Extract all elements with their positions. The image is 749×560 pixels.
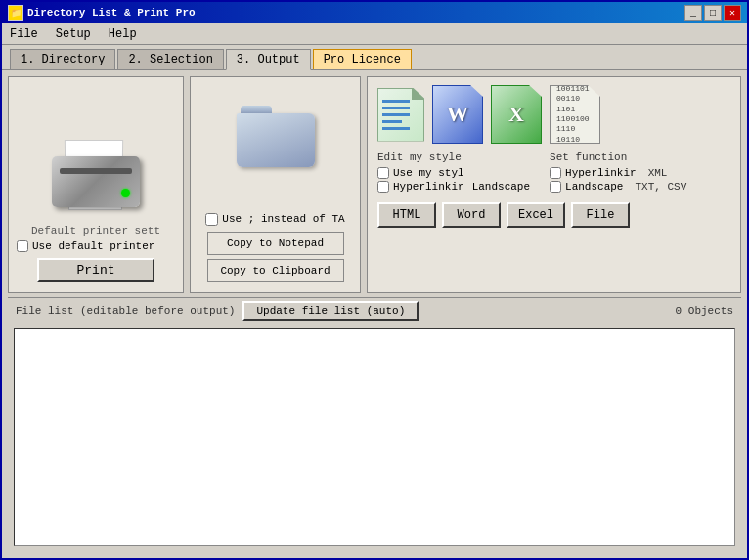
printer-label: Default printer sett [17,225,175,237]
txt-csv-label: TXT, CSV [635,181,686,193]
landscape-edit-label: Landscape [472,181,530,193]
bottom-bar: File list (editable before output) Updat… [8,297,741,324]
tab-output[interactable]: 3. Output [226,49,311,70]
hyperlink-set-label: Hyperlinkir [565,167,637,179]
edit-style-label: Edit my style [377,151,530,163]
hyperlink-set-row: Hyperlinkir XML [550,167,686,179]
landscape-set-row: Landscape TXT, CSV [550,181,686,193]
use-my-style-label: Use my styl [393,167,464,179]
landscape-set-checkbox[interactable] [550,181,561,193]
title-buttons: _ □ ✕ [684,5,741,21]
main-window: 📁 Directory List & Print Pro _ □ ✕ File … [0,0,749,560]
tabs-bar: 1. Directory 2. Selection 3. Output Pro … [2,45,747,70]
printer-icon [47,135,145,213]
minimize-button[interactable]: _ [684,5,702,21]
use-semicolon-row: Use ; instead of TA [205,213,344,226]
update-file-list-button[interactable]: Update file list (auto) [242,301,419,321]
close-button[interactable]: ✕ [724,5,741,21]
tab-directory[interactable]: 1. Directory [10,49,115,69]
title-bar-left: 📁 Directory List & Print Pro [8,5,196,21]
set-function-group: Set function Hyperlinkir XML Landscape T… [550,151,686,193]
default-printer-checkbox-row: Use default printer [17,240,175,252]
copy-to-clipboard-button[interactable]: Copy to Clipboard [207,259,344,282]
output-panel: W X 1001101 00110 1101 1100100 1110 [367,76,741,293]
tab-selection[interactable]: 2. Selection [117,49,223,69]
copy-to-notepad-button[interactable]: Copy to Notepad [207,232,344,255]
excel-button[interactable]: Excel [507,202,565,228]
word-file-icon: W [432,85,483,144]
output-buttons: HTML Word Excel File [377,202,730,228]
window-title: Directory List & Print Pro [27,7,196,19]
landscape-set-label: Landscape [565,181,623,193]
menu-file[interactable]: File [6,26,42,42]
html-button[interactable]: HTML [377,202,436,228]
copy-panel: Use ; instead of TA Copy to Notepad Copy… [190,76,361,293]
print-button[interactable]: Print [37,258,154,282]
menu-bar: File Setup Help [2,23,747,45]
title-bar: 📁 Directory List & Print Pro _ □ ✕ [2,2,747,23]
text-file-icon: 1001101 00110 1101 1100100 1110 10110 [550,85,600,144]
default-printer-label: Use default printer [32,240,154,252]
set-function-label: Set function [550,151,686,163]
menu-help[interactable]: Help [105,26,141,42]
use-semicolon-label: Use ; instead of TA [222,213,344,225]
edit-style-group: Edit my style Use my styl Hyperlinkir La… [377,151,530,193]
objects-count: 0 Objects [676,305,733,317]
hyperlink-edit-checkbox[interactable] [377,181,389,193]
output-controls: Edit my style Use my styl Hyperlinkir La… [377,151,730,228]
menu-setup[interactable]: Setup [52,26,95,42]
folder-icon [237,106,315,174]
use-my-style-checkbox[interactable] [377,167,389,179]
hyperlink-set-checkbox[interactable] [550,167,561,179]
tab-pro-licence[interactable]: Pro Licence [313,49,412,69]
hyperlink-edit-row: Hyperlinkir Landscape [377,181,530,193]
panels-row: Default printer sett Use default printer… [8,76,741,293]
html-file-icon [377,88,424,142]
hyperlink-edit-label: Hyperlinkir [393,181,464,193]
controls-row: Edit my style Use my styl Hyperlinkir La… [377,151,730,193]
file-list-label: File list (editable before output) [16,305,235,317]
use-semicolon-checkbox[interactable] [205,213,218,226]
file-list-area[interactable] [14,328,735,547]
main-content: Default printer sett Use default printer… [2,70,747,558]
app-icon: 📁 [8,5,23,21]
use-my-style-row: Use my styl [377,167,530,179]
default-printer-checkbox[interactable] [17,240,28,252]
xml-label: XML [648,167,668,179]
maximize-button[interactable]: □ [704,5,722,21]
print-panel: Default printer sett Use default printer… [8,76,184,293]
file-button[interactable]: File [571,202,630,228]
word-button[interactable]: Word [442,202,501,228]
excel-file-icon: X [491,85,542,144]
output-icons: W X 1001101 00110 1101 1100100 1110 [377,85,600,144]
